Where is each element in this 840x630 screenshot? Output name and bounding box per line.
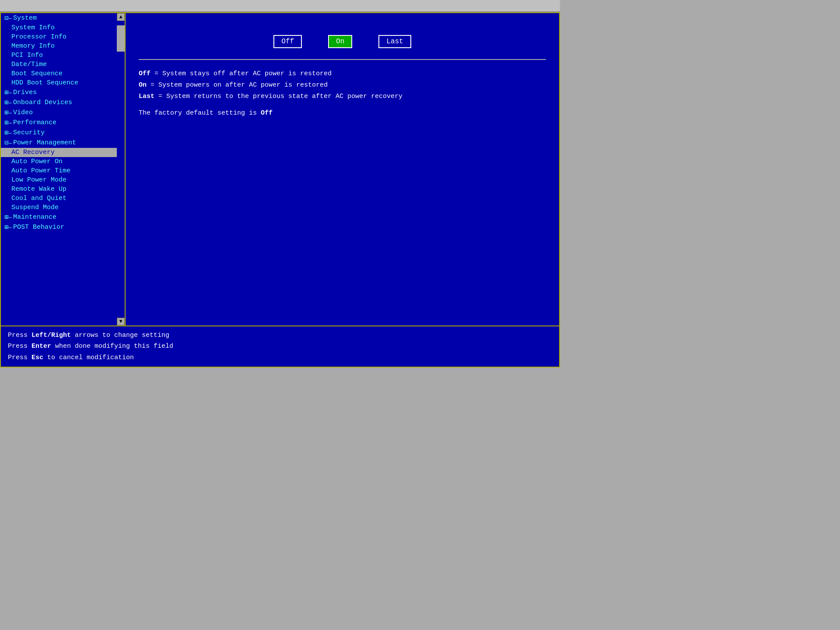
sidebar-scrollbar: ▲ ▼: [117, 13, 125, 326]
desc-text: = System returns to the previous state a…: [154, 93, 402, 100]
sidebar-label: Power Management: [13, 139, 76, 147]
sidebar-item-remote-wake-up[interactable]: Remote Wake Up: [1, 185, 117, 194]
status-line: Press Left/Right arrows to change settin…: [8, 330, 552, 341]
sidebar-label: Suspend Mode: [11, 204, 59, 211]
sidebar-item-post-behavior[interactable]: ⊞–POST Behavior: [1, 222, 117, 232]
sidebar-label: Date/Time: [11, 61, 47, 68]
desc-entry-on: On = System powers on after AC power is …: [139, 80, 546, 91]
sidebar-label: Boot Sequence: [11, 70, 63, 77]
sidebar-prefix: ⊟–: [4, 139, 12, 147]
sidebar-wrapper: ⊟–SystemSystem InfoProcessor InfoMemory …: [1, 13, 125, 326]
sidebar-label: PCI Info: [11, 52, 43, 59]
content-area: OffOnLast Off = System stays off after A…: [126, 13, 559, 326]
option-btn-off[interactable]: Off: [273, 35, 302, 48]
sidebar-item-date-time[interactable]: Date/Time: [1, 60, 117, 69]
options-row: OffOnLast: [139, 35, 546, 48]
desc-entry-off: Off = System stays off after AC power is…: [139, 69, 546, 79]
sidebar: ⊟–SystemSystem InfoProcessor InfoMemory …: [1, 13, 126, 326]
sidebar-item-processor-info[interactable]: Processor Info: [1, 32, 117, 42]
status-suffix: arrows to change setting: [71, 332, 169, 339]
status-line: Press Esc to cancel modification: [8, 352, 552, 364]
sidebar-label: Onboard Devices: [13, 99, 72, 106]
sidebar-item-auto-power-time[interactable]: Auto Power Time: [1, 166, 117, 175]
desc-term: On: [139, 81, 147, 89]
status-prefix: Press: [8, 354, 32, 361]
description-factory: The factory default setting is Off: [139, 108, 546, 119]
sidebar-item-system[interactable]: ⊟–System: [1, 13, 117, 23]
divider: [139, 59, 546, 60]
sidebar-prefix: ⊞–: [4, 119, 12, 127]
desc-text: = System stays off after AC power is res…: [150, 70, 332, 77]
sidebar-item-hdd-boot-sequence[interactable]: HDD Boot Sequence: [1, 78, 117, 88]
status-suffix: to cancel modification: [43, 354, 134, 361]
sidebar-label: Processor Info: [11, 33, 66, 41]
sidebar-prefix: ⊞–: [4, 213, 12, 221]
sidebar-item-power-management[interactable]: ⊟–Power Management: [1, 138, 117, 148]
sidebar-items: ⊟–SystemSystem InfoProcessor InfoMemory …: [1, 13, 117, 326]
bios-container: ⊟–SystemSystem InfoProcessor InfoMemory …: [0, 12, 560, 368]
desc-entry-last: Last = System returns to the previous st…: [139, 91, 546, 102]
sidebar-label: Security: [13, 129, 45, 136]
status-suffix: when done modifying this field: [51, 343, 173, 350]
sidebar-item-pci-info[interactable]: PCI Info: [1, 51, 117, 60]
desc-term: Off: [139, 70, 150, 77]
sidebar-prefix: ⊟–: [4, 14, 12, 22]
sidebar-label: Drives: [13, 89, 37, 96]
sidebar-label: System Info: [11, 24, 55, 32]
factory-text: The factory default setting is: [139, 109, 261, 117]
scroll-track: [117, 21, 125, 318]
sidebar-label: Memory Info: [11, 42, 55, 50]
scroll-up-arrow[interactable]: ▲: [117, 13, 125, 21]
description-list: Off = System stays off after AC power is…: [139, 69, 546, 102]
sidebar-label: Low Power Mode: [11, 176, 66, 184]
sidebar-label: System: [13, 14, 37, 22]
status-prefix: Press: [8, 343, 32, 350]
sidebar-label: AC Recovery: [11, 149, 55, 156]
sidebar-label: POST Behavior: [13, 224, 64, 231]
sidebar-item-ac-recovery[interactable]: AC Recovery: [1, 148, 117, 157]
title-bar: [0, 0, 560, 12]
sidebar-label: Cool and Quiet: [11, 195, 66, 202]
scroll-thumb[interactable]: [117, 25, 125, 52]
sidebar-item-memory-info[interactable]: Memory Info: [1, 42, 117, 51]
sidebar-item-onboard-devices[interactable]: ⊞–Onboard Devices: [1, 98, 117, 108]
scroll-down-arrow[interactable]: ▼: [117, 318, 125, 326]
sidebar-label: Maintenance: [13, 214, 56, 221]
status-key: Left/Right: [32, 332, 71, 339]
sidebar-item-suspend-mode[interactable]: Suspend Mode: [1, 203, 117, 212]
status-prefix: Press: [8, 332, 32, 339]
sidebar-label: Video: [13, 109, 33, 116]
option-btn-on[interactable]: On: [328, 35, 352, 48]
sidebar-label: Performance: [13, 119, 56, 126]
sidebar-item-performance[interactable]: ⊞–Performance: [1, 118, 117, 128]
status-bar: Press Left/Right arrows to change settin…: [1, 326, 559, 367]
bios-main: ⊟–SystemSystem InfoProcessor InfoMemory …: [1, 13, 559, 326]
status-key: Enter: [32, 343, 51, 350]
sidebar-item-security[interactable]: ⊞–Security: [1, 128, 117, 138]
sidebar-item-maintenance[interactable]: ⊞–Maintenance: [1, 212, 117, 222]
factory-value: Off: [261, 109, 273, 117]
sidebar-item-cool-and-quiet[interactable]: Cool and Quiet: [1, 194, 117, 203]
option-btn-last[interactable]: Last: [378, 35, 411, 48]
sidebar-item-boot-sequence[interactable]: Boot Sequence: [1, 69, 117, 78]
sidebar-prefix: ⊞–: [4, 108, 12, 117]
description: Off = System stays off after AC power is…: [139, 69, 546, 119]
sidebar-label: Auto Power Time: [11, 167, 70, 175]
sidebar-item-auto-power-on[interactable]: Auto Power On: [1, 157, 117, 166]
sidebar-label: HDD Boot Sequence: [11, 79, 78, 87]
status-line: Press Enter when done modifying this fie…: [8, 341, 552, 352]
sidebar-label: Remote Wake Up: [11, 186, 66, 193]
sidebar-prefix: ⊞–: [4, 88, 12, 97]
sidebar-label: Auto Power On: [11, 158, 63, 165]
status-key: Esc: [32, 354, 43, 361]
desc-term: Last: [139, 93, 154, 100]
sidebar-item-video[interactable]: ⊞–Video: [1, 108, 117, 118]
sidebar-item-drives[interactable]: ⊞–Drives: [1, 88, 117, 98]
desc-text: = System powers on after AC power is res…: [147, 81, 328, 89]
sidebar-item-low-power-mode[interactable]: Low Power Mode: [1, 175, 117, 185]
sidebar-item-system-info[interactable]: System Info: [1, 23, 117, 32]
sidebar-prefix: ⊞–: [4, 98, 12, 107]
sidebar-prefix: ⊞–: [4, 129, 12, 137]
sidebar-prefix: ⊞–: [4, 223, 12, 231]
